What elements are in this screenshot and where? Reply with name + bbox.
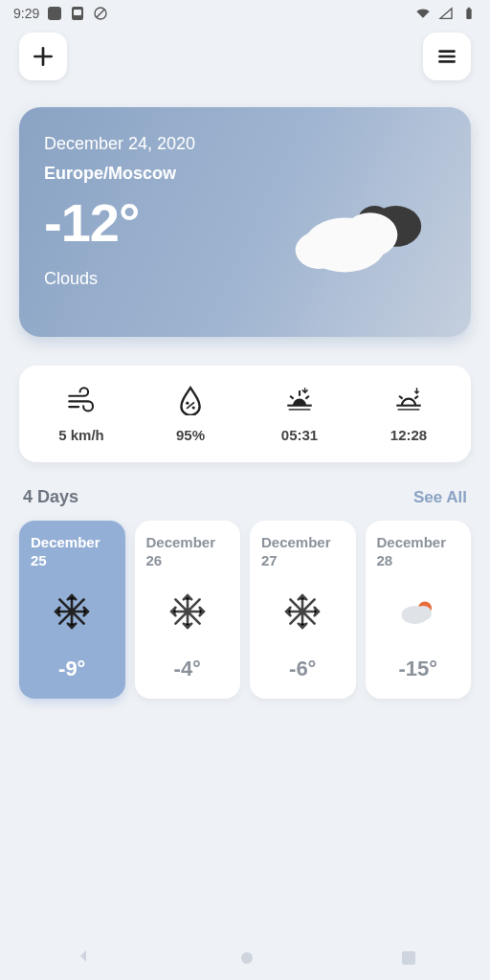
forecast-header: 4 Days See All xyxy=(23,487,467,507)
snowflake-icon xyxy=(145,584,232,639)
sd-card-icon xyxy=(70,6,85,21)
nav-home-icon[interactable] xyxy=(241,952,253,964)
svg-point-35 xyxy=(300,608,306,614)
forecast-card-1[interactable]: December 26 -4° xyxy=(135,521,241,699)
snowflake-icon xyxy=(259,584,346,639)
snowflake-icon xyxy=(29,584,116,639)
forecast-date: December 27 xyxy=(259,534,346,570)
svg-point-30 xyxy=(184,608,190,614)
battery-icon xyxy=(461,6,477,21)
humidity-icon xyxy=(136,383,245,417)
current-weather-card[interactable]: December 24, 2020 Europe/Moscow -12° Clo… xyxy=(19,107,471,337)
forecast-temp: -4° xyxy=(145,657,232,681)
header xyxy=(0,25,490,90)
see-all-button[interactable]: See All xyxy=(413,488,467,507)
svg-line-1 xyxy=(97,10,104,17)
forecast-temp: -15° xyxy=(375,657,462,681)
forecast-temp: -9° xyxy=(29,657,116,681)
wind-value: 5 km/h xyxy=(27,427,136,443)
status-time: 9:29 xyxy=(13,6,39,21)
nav-recent-icon[interactable] xyxy=(402,951,415,965)
svg-point-38 xyxy=(414,606,432,621)
svg-line-19 xyxy=(414,396,418,399)
svg-point-7 xyxy=(343,212,397,256)
sunset-value: 12:28 xyxy=(354,427,463,443)
svg-rect-2 xyxy=(466,9,471,19)
forecast-title: 4 Days xyxy=(23,487,78,507)
svg-point-9 xyxy=(186,402,189,405)
forecast-card-3[interactable]: December 28 -15° xyxy=(366,521,472,699)
svg-line-18 xyxy=(399,396,403,399)
svg-line-14 xyxy=(290,396,294,399)
forecast-card-2[interactable]: December 27 -6° xyxy=(250,521,356,699)
stat-sunrise: 05:31 xyxy=(245,383,354,443)
plus-icon xyxy=(31,44,56,69)
wind-icon xyxy=(27,383,136,417)
svg-point-25 xyxy=(69,608,76,614)
sunrise-value: 05:31 xyxy=(245,427,354,443)
nav-back-icon[interactable] xyxy=(75,947,92,969)
wifi-icon xyxy=(415,6,431,21)
stat-wind: 5 km/h xyxy=(27,383,136,443)
forecast-row: December 25 -9° December 26 -4° December… xyxy=(19,521,471,699)
stats-card: 5 km/h 95% 05:31 12:28 xyxy=(19,366,471,462)
sunset-icon xyxy=(354,383,463,417)
menu-button[interactable] xyxy=(423,33,471,80)
svg-point-8 xyxy=(296,232,344,269)
signal-icon xyxy=(438,6,454,21)
forecast-date: December 25 xyxy=(29,534,116,570)
forecast-temp: -6° xyxy=(259,657,346,681)
svg-line-15 xyxy=(305,396,309,399)
current-location: Europe/Moscow xyxy=(44,164,446,184)
humidity-value: 95% xyxy=(136,427,245,443)
sunrise-icon xyxy=(245,383,354,417)
hamburger-icon xyxy=(434,44,459,69)
stat-sunset: 12:28 xyxy=(354,383,463,443)
svg-rect-3 xyxy=(468,8,471,10)
svg-point-10 xyxy=(192,406,195,409)
stat-humidity: 95% xyxy=(136,383,245,443)
current-date: December 24, 2020 xyxy=(44,134,446,154)
add-button[interactable] xyxy=(19,33,67,80)
status-app-icon xyxy=(47,6,62,21)
system-nav-bar xyxy=(0,936,490,980)
forecast-date: December 26 xyxy=(145,534,232,570)
no-sync-icon xyxy=(93,6,108,21)
sun-cloud-icon xyxy=(375,584,462,639)
clouds-icon xyxy=(285,184,438,299)
forecast-date: December 28 xyxy=(375,534,462,570)
forecast-card-0[interactable]: December 25 -9° xyxy=(19,521,125,699)
status-bar: 9:29 xyxy=(0,0,490,25)
